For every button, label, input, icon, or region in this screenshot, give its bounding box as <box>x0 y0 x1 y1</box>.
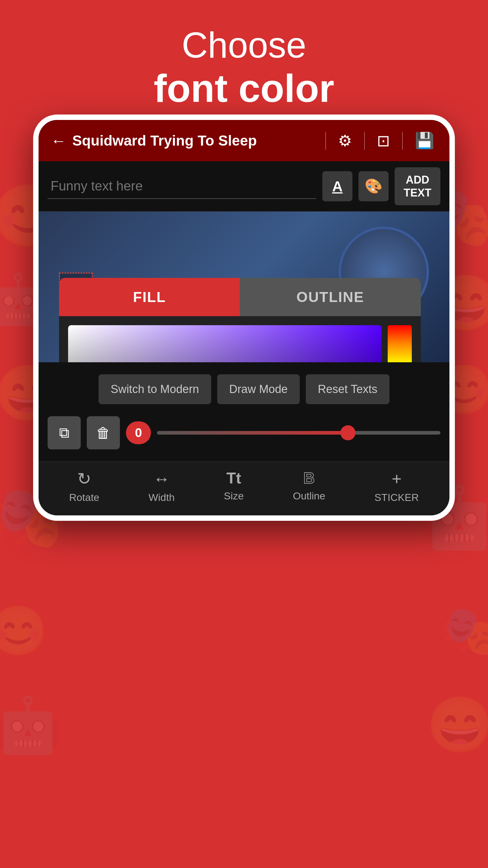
width-icon: ↔ <box>153 469 170 489</box>
size-icon: Tt <box>226 469 241 487</box>
nav-rotate[interactable]: ↻ Rotate <box>69 469 99 503</box>
palette-icon: 🎨 <box>364 178 383 195</box>
header-divider3 <box>402 132 403 150</box>
switch-modern-button[interactable]: Switch to Modern <box>98 374 211 404</box>
tab-outline[interactable]: OUTLINE <box>240 278 421 316</box>
mode-buttons: Switch to Modern Draw Mode Reset Texts <box>47 368 441 410</box>
save-icon[interactable]: 💾 <box>412 128 437 153</box>
text-input-area: A 🎨 ADD TEXT <box>38 161 450 212</box>
add-text-label2: TEXT <box>404 187 431 199</box>
back-button[interactable]: ← <box>51 132 66 150</box>
sticker-icon: + <box>392 469 401 489</box>
nav-size[interactable]: Tt Size <box>224 469 244 503</box>
nav-sticker[interactable]: + STICKER <box>375 469 419 503</box>
color-picker-button[interactable]: 🎨 <box>358 171 389 201</box>
text-input[interactable] <box>47 174 316 199</box>
color-gradient-square[interactable] <box>68 325 381 362</box>
rotate-icon: ↻ <box>77 469 91 489</box>
app-title: Squidward Trying To Sleep <box>72 132 319 149</box>
nav-outline[interactable]: B Outline <box>293 469 325 503</box>
color-picker-dialog: FILL OUTLINE <box>59 278 421 362</box>
layer-slider[interactable] <box>157 431 441 435</box>
bottom-nav: ↻ Rotate ↔ Width Tt Size B Outline + STI… <box>38 461 450 516</box>
header-icons: ⚙ ⊡ 💾 <box>325 128 437 153</box>
phone-mockup: ← Squidward Trying To Sleep ⚙ ⊡ 💾 A 🎨 AD… <box>33 115 455 521</box>
draw-mode-button[interactable]: Draw Mode <box>217 374 300 404</box>
sticker-label: STICKER <box>375 492 419 503</box>
hue-slider[interactable] <box>388 325 412 362</box>
color-picker-body <box>59 316 421 362</box>
heading-line2: font color <box>0 66 488 111</box>
header-divider <box>325 132 326 150</box>
meme-canvas[interactable]: Ta FILL OUTLINE <box>38 212 450 362</box>
font-a-icon: A <box>332 178 343 195</box>
reset-texts-button[interactable]: Reset Texts <box>306 374 390 404</box>
layer-count: 0 <box>126 421 151 444</box>
edit-icon[interactable]: ⊡ <box>374 129 393 153</box>
heading-line1: Choose <box>0 24 488 66</box>
copy-icon: ⧉ <box>59 424 69 441</box>
duplicate-layer-button[interactable]: ⧉ <box>47 416 81 450</box>
delete-layer-button[interactable]: 🗑 <box>87 416 120 450</box>
width-label: Width <box>149 492 175 503</box>
nav-width[interactable]: ↔ Width <box>149 469 175 503</box>
bottom-section: Switch to Modern Draw Mode Reset Texts ⧉… <box>38 362 450 461</box>
tab-fill[interactable]: FILL <box>59 278 240 316</box>
outline-icon: B <box>303 469 315 487</box>
trash-icon: 🗑 <box>96 425 110 441</box>
add-text-button[interactable]: ADD TEXT <box>395 167 441 205</box>
app-header: ← Squidward Trying To Sleep ⚙ ⊡ 💾 <box>38 120 450 161</box>
header-divider2 <box>364 132 365 150</box>
rotate-label: Rotate <box>69 492 99 503</box>
settings-icon[interactable]: ⚙ <box>335 129 355 153</box>
picker-row <box>68 325 412 362</box>
font-style-button[interactable]: A <box>322 171 352 201</box>
size-label: Size <box>224 490 244 502</box>
page-heading: Choose font color <box>0 0 488 129</box>
outline-label: Outline <box>293 490 325 502</box>
color-picker-tabs: FILL OUTLINE <box>59 278 421 316</box>
layer-controls: ⧉ 🗑 0 <box>47 410 441 456</box>
add-text-label: ADD <box>406 174 429 186</box>
slider-thumb[interactable] <box>340 425 355 440</box>
